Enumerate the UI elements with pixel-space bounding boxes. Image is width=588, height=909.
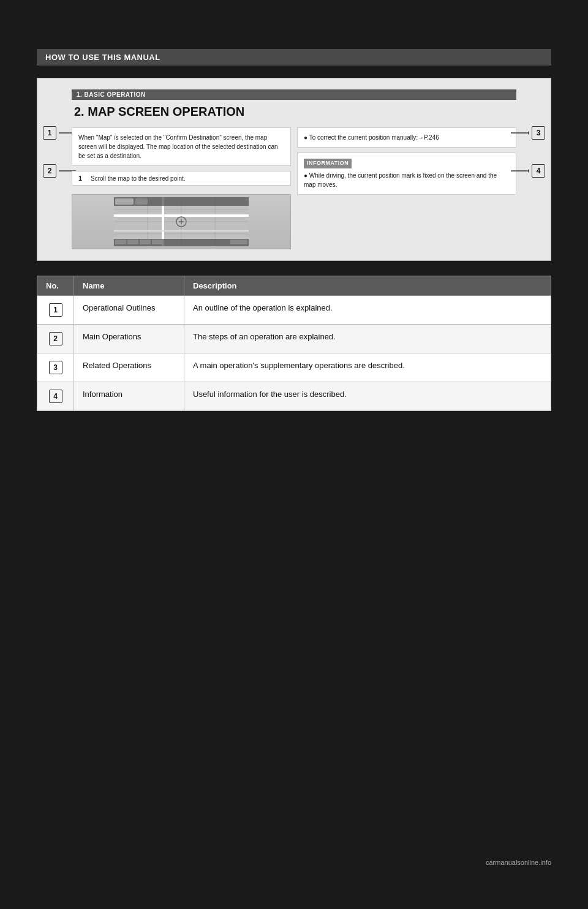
doc-left-column: When "Map" is selected on the "Confirm D…: [72, 127, 291, 249]
doc-info-box: INFORMATION ● While driving, the current…: [297, 153, 516, 195]
page-container: HOW TO USE THIS MANUAL 1 2 1. BASIC OPER…: [0, 0, 588, 909]
step-number: 1: [78, 175, 87, 182]
table-header-no: No.: [37, 276, 74, 296]
svg-marker-27: [528, 169, 529, 173]
svg-rect-23: [230, 240, 247, 244]
doc-map-image: [72, 194, 291, 249]
row-number-badge: 1: [49, 303, 62, 317]
table-cell-description: A main operation's supplementary operati…: [184, 353, 551, 382]
info-table: No. Name Description 1Operational Outlin…: [37, 276, 551, 411]
table-row: 4InformationUseful information for the u…: [37, 382, 551, 411]
doc-image-box: 1 2 1. BASIC OPERATION 2. MAP SCREEN OPE…: [37, 78, 551, 261]
label-3: 3: [532, 126, 545, 140]
label-1: 1: [43, 126, 56, 140]
table-cell-name: Main Operations: [74, 325, 184, 353]
map-svg: [114, 197, 249, 246]
table-header-name: Name: [74, 276, 184, 296]
step-text: Scroll the map to the desired point.: [91, 175, 186, 182]
label-2: 2: [43, 164, 56, 178]
doc-title-bar: 1. BASIC OPERATION: [72, 89, 516, 100]
table-row: 2Main OperationsThe steps of an operatio…: [37, 325, 551, 353]
svg-rect-15: [114, 197, 249, 206]
footer-logo: carmanualsonline.info: [486, 847, 551, 872]
table-cell-description: Useful information for the user is descr…: [184, 382, 551, 411]
doc-right-column: ● To correct the current position manual…: [297, 127, 516, 249]
svg-rect-21: [140, 240, 151, 244]
doc-step-box: 1 Scroll the map to the desired point.: [72, 171, 291, 186]
doc-main-title-text: 2. MAP SCREEN OPERATION: [74, 105, 244, 118]
svg-rect-17: [135, 198, 148, 205]
doc-related-text: ● To correct the current position manual…: [304, 134, 439, 141]
section-header: HOW TO USE THIS MANUAL: [37, 49, 551, 66]
table-cell-no: 1: [37, 296, 74, 325]
row-number-badge: 2: [49, 332, 62, 345]
svg-rect-19: [115, 240, 126, 244]
svg-rect-16: [115, 198, 134, 205]
doc-description-box: When "Map" is selected on the "Confirm D…: [72, 127, 291, 166]
table-row: 3Related OperationsA main operation's su…: [37, 353, 551, 382]
doc-description-text: When "Map" is selected on the "Confirm D…: [78, 134, 278, 159]
info-label: INFORMATION: [304, 159, 352, 168]
table-cell-name: Operational Outlines: [74, 296, 184, 325]
info-text: ● While driving, the current position ma…: [304, 172, 497, 188]
table-cell-name: Information: [74, 382, 184, 411]
section-header-text: HOW TO USE THIS MANUAL: [45, 53, 160, 62]
table-cell-no: 3: [37, 353, 74, 382]
doc-title-bar-text: 1. BASIC OPERATION: [77, 91, 146, 98]
doc-main-title: 2. MAP SCREEN OPERATION: [72, 105, 516, 119]
doc-related-box: ● To correct the current position manual…: [297, 127, 516, 148]
table-cell-description: The steps of an operation are explained.: [184, 325, 551, 353]
table-header-description: Description: [184, 276, 551, 296]
row-number-badge: 4: [49, 390, 62, 403]
footer-text: carmanualsonline.info: [486, 859, 551, 866]
table-row: 1Operational OutlinesAn outline of the o…: [37, 296, 551, 325]
svg-marker-25: [528, 131, 529, 135]
table-cell-name: Related Operations: [74, 353, 184, 382]
table-cell-no: 2: [37, 325, 74, 353]
table-cell-no: 4: [37, 382, 74, 411]
info-label-text: INFORMATION: [307, 160, 349, 166]
table-cell-description: An outline of the operation is explained…: [184, 296, 551, 325]
map-inner: [72, 195, 290, 249]
svg-rect-20: [127, 240, 138, 244]
row-number-badge: 3: [49, 361, 62, 374]
label-4: 4: [532, 164, 545, 178]
svg-rect-22: [152, 240, 163, 244]
